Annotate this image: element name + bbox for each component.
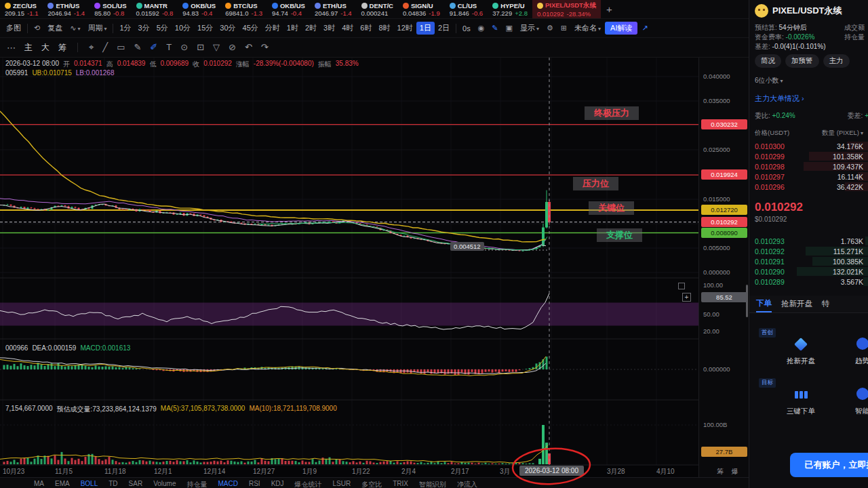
layout-name-select[interactable]: 未命名▾: [571, 22, 604, 35]
interval-0s-button[interactable]: 0s: [459, 23, 474, 34]
ticker-item[interactable]: ETH/US2046.94-1.4: [43, 0, 90, 18]
feature-card[interactable]: 首创抢新开盘趋势: [749, 327, 868, 375]
brush-tool[interactable]: ✐: [150, 42, 157, 53]
ticker-item[interactable]: DENT/C0.000241: [357, 0, 398, 18]
bottom-tab-TD[interactable]: TD: [108, 480, 117, 488]
timeframe-5分[interactable]: 5分: [153, 22, 172, 35]
price-axis[interactable]: 0.0400000.0350000.0300000.0250000.020000…: [698, 58, 749, 477]
fullscreen-icon[interactable]: ⊞: [557, 22, 570, 34]
chart-annotation[interactable]: 压力位: [573, 177, 618, 190]
ticker-item[interactable]: CL/US91.846-0.6: [445, 0, 488, 18]
bottom-tab-智能识别[interactable]: 智能识别: [419, 480, 446, 488]
ticker-item[interactable]: ETH/US2046.97-1.4: [310, 0, 357, 18]
more-menu[interactable]: ⋯: [7, 43, 16, 53]
orderbook-row[interactable]: 0.010298109.437K: [749, 161, 868, 171]
axis-button-筹[interactable]: 筹: [717, 467, 724, 476]
timeframe-分时[interactable]: 分时: [262, 22, 283, 35]
replay-icon[interactable]: ⟲: [31, 22, 43, 34]
axis-button-爆[interactable]: 爆: [732, 467, 738, 476]
rect-tool[interactable]: ▭: [117, 42, 125, 53]
bottom-tab-MA[interactable]: MA: [34, 480, 44, 488]
period-select[interactable]: 周期▾: [84, 22, 110, 35]
price-note-tag[interactable]: 0.004512: [450, 242, 484, 251]
ticker-item[interactable]: HYPE/U37.229+2.8: [488, 0, 532, 18]
orderbook-row[interactable]: 0.0102893.567K: [749, 277, 868, 287]
filter-tool[interactable]: ▽: [213, 42, 220, 53]
bottom-tab-TRIX[interactable]: TRIX: [393, 480, 408, 488]
bottom-tab-净流入[interactable]: 净流入: [457, 480, 477, 488]
timeframe-15分[interactable]: 15分: [194, 22, 216, 35]
qty-column-label[interactable]: 数量 (PIXEL)▾: [822, 129, 863, 138]
chart-area[interactable]: 2026-03-12 08:00开0.014371高0.014839低0.009…: [0, 58, 698, 465]
timeframe-1日[interactable]: 1日: [416, 22, 435, 35]
ticker-item[interactable]: ZEC/US209.15-1.1: [0, 0, 43, 18]
display-select[interactable]: 显示▾: [517, 22, 542, 35]
edit-pencil-icon[interactable]: ✎: [488, 22, 501, 34]
share-icon[interactable]: ↗: [638, 22, 651, 34]
measure-tool[interactable]: ⊡: [197, 42, 204, 53]
bottom-tab-Volume[interactable]: Volume: [153, 480, 176, 488]
text-tool[interactable]: T: [166, 42, 172, 53]
maximize-pane-icon[interactable]: [678, 283, 685, 289]
orderbook-row[interactable]: 0.010292115.271K: [749, 246, 868, 256]
redo-button[interactable]: ↷: [261, 42, 269, 53]
panel-button-简况[interactable]: 简况: [755, 54, 781, 68]
ticker-item[interactable]: OKB/US94.74-0.4: [267, 0, 310, 18]
undo-button[interactable]: ↶: [245, 42, 252, 53]
bottom-tab-持仓量[interactable]: 持仓量: [187, 480, 208, 488]
orderbook-row[interactable]: 0.01029636.422K: [749, 182, 868, 192]
panel-tab-特[interactable]: 特: [822, 299, 830, 309]
last-price-block[interactable]: 0.010292 $0.010292: [755, 201, 803, 223]
timeframe-30分[interactable]: 30分: [216, 22, 239, 35]
ticker-item[interactable]: MANTR0.01592-0.8: [132, 0, 178, 18]
bottom-tab-SAR[interactable]: SAR: [129, 480, 143, 488]
timeframe-45分[interactable]: 45分: [239, 22, 262, 35]
bottom-tab-BOLL[interactable]: BOLL: [81, 480, 98, 488]
whale-orders-link[interactable]: 主力大单情况 ›: [755, 94, 804, 104]
chart-annotation[interactable]: 终极压力: [585, 106, 639, 120]
date-axis[interactable]: 2026-03-12 08:00 10月2311月511月1812月112月14…: [0, 465, 698, 477]
panel-button-主力[interactable]: 主力: [823, 54, 850, 68]
bottom-tab-EMA[interactable]: EMA: [55, 480, 70, 488]
ticker-item[interactable]: OKB/US94.83-0.4: [178, 0, 220, 18]
add-ticker-button[interactable]: +: [601, 3, 618, 15]
orderbook-row[interactable]: 0.01030034.176K: [749, 141, 868, 151]
ticker-item[interactable]: SOL/US85.80-0.8: [90, 0, 131, 18]
bottom-tab-LSUR[interactable]: LSUR: [333, 480, 351, 488]
multi-chart-button[interactable]: 多图: [3, 22, 24, 35]
panel-button-加预警[interactable]: 加预警: [785, 54, 819, 68]
indicator-mode-筹[interactable]: 筹: [58, 42, 66, 54]
timeframe-12时[interactable]: 12时: [394, 22, 416, 35]
timeframe-1分[interactable]: 1分: [116, 22, 134, 35]
compare-icon[interactable]: ▣: [502, 22, 516, 34]
timeframe-3分[interactable]: 3分: [135, 22, 153, 35]
decimals-select[interactable]: 6位小数▾: [755, 76, 783, 85]
timeframe-6时[interactable]: 6时: [357, 22, 375, 35]
orderbook-row[interactable]: 0.010299101.358K: [749, 151, 868, 161]
magnet-tool[interactable]: ⊙: [180, 42, 188, 53]
pencil-tool[interactable]: ✎: [134, 42, 141, 53]
timeframe-8时[interactable]: 8时: [375, 22, 393, 35]
indicator-mode-主[interactable]: 主: [24, 42, 33, 54]
trendline-tool[interactable]: ╱: [102, 42, 108, 53]
orderbook-row[interactable]: 0.01029716.114K: [749, 171, 868, 182]
timeframe-2时[interactable]: 2时: [302, 22, 320, 35]
chart-annotation[interactable]: 支撑位: [597, 228, 642, 242]
chart-style-icon[interactable]: ∿▾: [66, 22, 83, 34]
timeframe-1时[interactable]: 1时: [283, 22, 302, 35]
gear-icon[interactable]: ⚙: [543, 22, 557, 34]
orderbook-row[interactable]: 0.0102931.763K: [749, 236, 868, 246]
ticker-item[interactable]: PIXEL/USDT永续0.010292-28.34%: [532, 0, 601, 18]
panel-tab-下单[interactable]: 下单: [756, 296, 772, 312]
timeframe-2日[interactable]: 2日: [435, 22, 453, 35]
cursor-tool[interactable]: ⌖: [89, 42, 94, 53]
timeframe-4时[interactable]: 4时: [338, 22, 357, 35]
orderbook-row[interactable]: 0.010291100.385K: [749, 256, 868, 266]
timeframe-10分[interactable]: 10分: [172, 22, 194, 35]
indicator-mode-大[interactable]: 大: [41, 42, 50, 54]
feature-card[interactable]: 目标三键下单智能: [749, 377, 868, 426]
panel-tab-抢新开盘[interactable]: 抢新开盘: [781, 299, 812, 309]
orderbook-row[interactable]: 0.010290132.021K: [749, 266, 868, 277]
ai-interpret-button[interactable]: AI解读: [605, 22, 637, 35]
ticker-item[interactable]: BTC/US69841.0-1.3: [220, 0, 267, 18]
